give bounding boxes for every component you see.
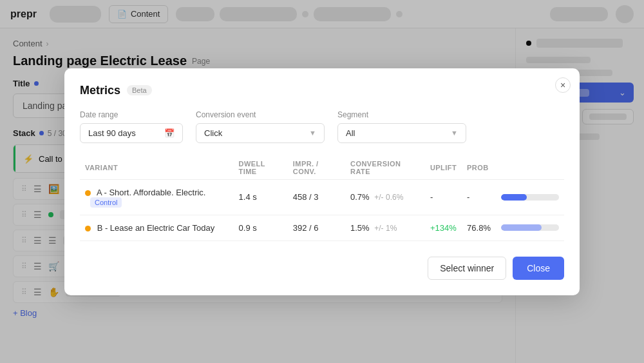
variant-b-conv-delta: +/- 1% bbox=[374, 224, 397, 233]
conversion-event-select[interactable]: Click ▼ bbox=[196, 123, 325, 143]
modal-title-row: Metrics Beta bbox=[80, 84, 564, 97]
conversion-event-label: Conversion event bbox=[196, 110, 325, 119]
variant-a-dwell: 1.4 s bbox=[234, 179, 288, 215]
variant-b-cell: B - Lease an Electric Car Today bbox=[80, 215, 234, 240]
col-prob: PROB bbox=[462, 156, 496, 180]
variant-b-prob-bar bbox=[496, 215, 564, 240]
prob-bar-fill-a bbox=[501, 194, 527, 201]
metrics-modal: × Metrics Beta Date range Last 90 days 📅… bbox=[64, 68, 580, 295]
variant-a-impr: 458 / 3 bbox=[288, 179, 345, 215]
segment-label: Segment bbox=[337, 110, 466, 119]
select-winner-label: Select winner bbox=[440, 263, 494, 273]
variant-a-prob-bar bbox=[496, 179, 564, 215]
select-winner-button[interactable]: Select winner bbox=[428, 257, 506, 280]
chevron-down-icon: ▼ bbox=[309, 129, 316, 137]
variant-a-cell: A - Short. Affordable. Electric. Control bbox=[80, 179, 234, 215]
variant-a-name: A - Short. Affordable. Electric. bbox=[97, 188, 206, 197]
segment-chevron-icon: ▼ bbox=[451, 129, 458, 137]
table-row: B - Lease an Electric Car Today 0.9 s 39… bbox=[80, 215, 564, 240]
variant-b-conv: 1.5% +/- 1% bbox=[345, 215, 425, 240]
close-label: Close bbox=[527, 263, 550, 273]
modal-overlay: × Metrics Beta Date range Last 90 days 📅… bbox=[0, 0, 644, 363]
variant-b-conv-rate: 1.5% bbox=[350, 223, 370, 233]
variant-a-conv-delta: +/- 0.6% bbox=[374, 193, 403, 202]
close-icon: × bbox=[560, 80, 565, 90]
segment-filter: Segment All ▼ bbox=[337, 110, 466, 143]
prob-bar-a bbox=[501, 194, 559, 201]
col-conv-rate: CONVERSION RATE bbox=[345, 156, 425, 180]
table-header: VARIANT DWELL TIME IMPR. / CONV. CONVERS… bbox=[80, 156, 564, 180]
modal-beta-badge: Beta bbox=[127, 85, 152, 95]
variant-b-impr: 392 / 6 bbox=[288, 215, 345, 240]
table-row: A - Short. Affordable. Electric. Control… bbox=[80, 179, 564, 215]
variant-b-dwell: 0.9 s bbox=[234, 215, 288, 240]
date-range-label: Date range bbox=[80, 110, 183, 119]
prob-bar-b bbox=[501, 224, 559, 231]
col-variant: VARIANT bbox=[80, 156, 234, 180]
conversion-event-filter: Conversion event Click ▼ bbox=[196, 110, 325, 143]
calendar-icon: 📅 bbox=[164, 128, 175, 138]
modal-footer: Select winner Close bbox=[80, 257, 564, 280]
metrics-table: VARIANT DWELL TIME IMPR. / CONV. CONVERS… bbox=[80, 156, 564, 241]
col-chart bbox=[496, 156, 564, 180]
date-range-filter: Date range Last 90 days 📅 bbox=[80, 110, 183, 143]
col-dwell-time: DWELL TIME bbox=[234, 156, 288, 180]
col-uplift: UPLIFT bbox=[425, 156, 462, 180]
date-range-input[interactable]: Last 90 days 📅 bbox=[80, 123, 183, 143]
table-body: A - Short. Affordable. Electric. Control… bbox=[80, 179, 564, 240]
segment-select[interactable]: All ▼ bbox=[337, 123, 466, 143]
segment-value: All bbox=[346, 128, 355, 138]
variant-a-prob: - bbox=[462, 179, 496, 215]
conversion-event-value: Click bbox=[204, 128, 222, 138]
modal-close-button[interactable]: × bbox=[555, 77, 571, 93]
variant-a-uplift: - bbox=[425, 179, 462, 215]
variant-b-dot bbox=[85, 226, 91, 231]
variant-b-prob: 76.8% bbox=[462, 215, 496, 240]
filters-row: Date range Last 90 days 📅 Conversion eve… bbox=[80, 110, 564, 143]
variant-b-name: B - Lease an Electric Car Today bbox=[97, 223, 215, 233]
variant-b-uplift: +134% bbox=[425, 215, 462, 240]
col-impr-conv: IMPR. / CONV. bbox=[288, 156, 345, 180]
close-button[interactable]: Close bbox=[513, 257, 564, 280]
variant-a-dot bbox=[85, 190, 91, 196]
control-badge: Control bbox=[90, 197, 122, 208]
variant-a-conv-rate: 0.7% bbox=[350, 192, 370, 202]
prob-bar-fill-b bbox=[501, 224, 542, 231]
variant-a-conv: 0.7% +/- 0.6% bbox=[345, 179, 425, 215]
modal-title: Metrics bbox=[80, 84, 120, 97]
date-range-value: Last 90 days bbox=[88, 128, 136, 138]
